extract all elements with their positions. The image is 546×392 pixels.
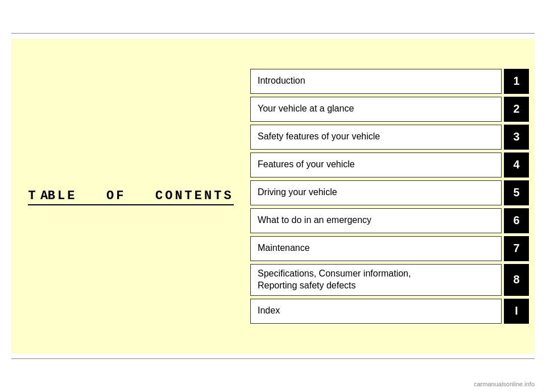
left-section: TABLE OF CONTENTS	[11, 39, 250, 353]
toc-label-text: Introduction	[258, 75, 305, 87]
toc-label-text: Driving your vehicle	[258, 187, 337, 199]
toc-number: I	[504, 299, 529, 324]
toc-number: 6	[504, 208, 529, 233]
toc-label-text: Maintenance	[258, 242, 310, 254]
toc-label: Features of your vehicle	[250, 152, 502, 178]
toc-title: TABLE OF CONTENTS	[28, 189, 233, 203]
main-content: TABLE OF CONTENTS Introduction1Your vehi…	[11, 39, 535, 353]
toc-list: Introduction1Your vehicle at a glance2Sa…	[250, 39, 535, 353]
toc-label: Index	[250, 299, 502, 324]
toc-row[interactable]: Driving your vehicle5	[250, 180, 529, 205]
toc-label: Specifications, Consumer information,Rep…	[250, 264, 502, 296]
toc-row[interactable]: IndexI	[250, 299, 529, 324]
toc-label: Driving your vehicle	[250, 180, 502, 205]
bottom-rule	[11, 358, 535, 359]
toc-label-text: Index	[258, 305, 280, 317]
toc-row[interactable]: Maintenance7	[250, 236, 529, 261]
toc-row[interactable]: What to do in an emergency6	[250, 208, 529, 233]
toc-number: 1	[504, 69, 529, 94]
toc-number: 3	[504, 125, 529, 150]
watermark: carmanualsonline.info	[474, 381, 535, 387]
toc-label-text: Safety features of your vehicle	[258, 131, 380, 143]
toc-label-text: Features of your vehicle	[258, 159, 355, 171]
toc-number: 5	[504, 180, 529, 205]
toc-label: What to do in an emergency	[250, 208, 502, 233]
toc-label: Maintenance	[250, 236, 502, 261]
toc-number: 4	[504, 152, 529, 178]
toc-label: Your vehicle at a glance	[250, 97, 502, 122]
toc-label: Introduction	[250, 69, 502, 94]
toc-row[interactable]: Specifications, Consumer information,Rep…	[250, 264, 529, 296]
toc-label-text: Your vehicle at a glance	[258, 103, 354, 115]
toc-row[interactable]: Introduction1	[250, 69, 529, 94]
toc-row[interactable]: Features of your vehicle4	[250, 152, 529, 178]
toc-label: Safety features of your vehicle	[250, 125, 502, 150]
toc-number: 7	[504, 236, 529, 261]
toc-row[interactable]: Safety features of your vehicle3	[250, 125, 529, 150]
toc-label-text: Specifications, Consumer information,Rep…	[258, 268, 411, 292]
toc-number: 2	[504, 97, 529, 122]
toc-row[interactable]: Your vehicle at a glance2	[250, 97, 529, 122]
top-rule	[11, 33, 535, 34]
toc-number: 8	[504, 264, 529, 296]
toc-label-text: What to do in an emergency	[258, 214, 371, 226]
